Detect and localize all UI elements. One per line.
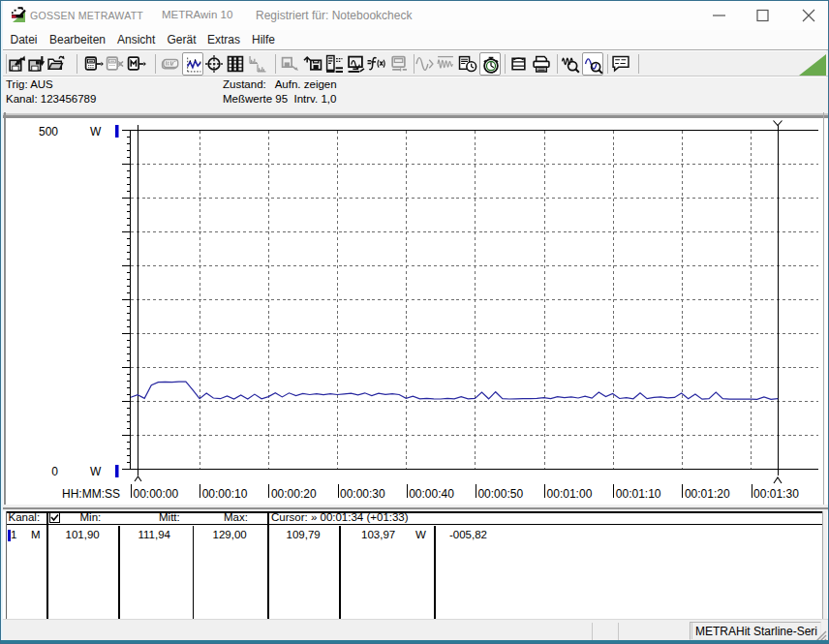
svg-text:00:00:40: 00:00:40 xyxy=(409,487,454,501)
svg-text:0: 0 xyxy=(51,465,58,478)
svg-text:500: 500 xyxy=(39,125,58,138)
svg-text:00:01:20: 00:01:20 xyxy=(685,487,730,501)
svg-text:00:01:10: 00:01:10 xyxy=(616,487,661,501)
svg-text:W: W xyxy=(90,125,102,138)
svg-text:W: W xyxy=(90,465,102,478)
svg-text:00:00:10: 00:00:10 xyxy=(202,487,248,501)
svg-text:00:01:00: 00:01:00 xyxy=(547,487,593,501)
svg-text:00:00:20: 00:00:20 xyxy=(271,487,317,501)
svg-text:00:00:50: 00:00:50 xyxy=(477,487,523,501)
svg-text:00:00:00: 00:00:00 xyxy=(134,487,179,501)
svg-text:HH:MM:SS: HH:MM:SS xyxy=(62,487,120,501)
svg-text:00:01:30: 00:01:30 xyxy=(753,487,799,501)
svg-text:00:00:30: 00:00:30 xyxy=(340,487,385,501)
